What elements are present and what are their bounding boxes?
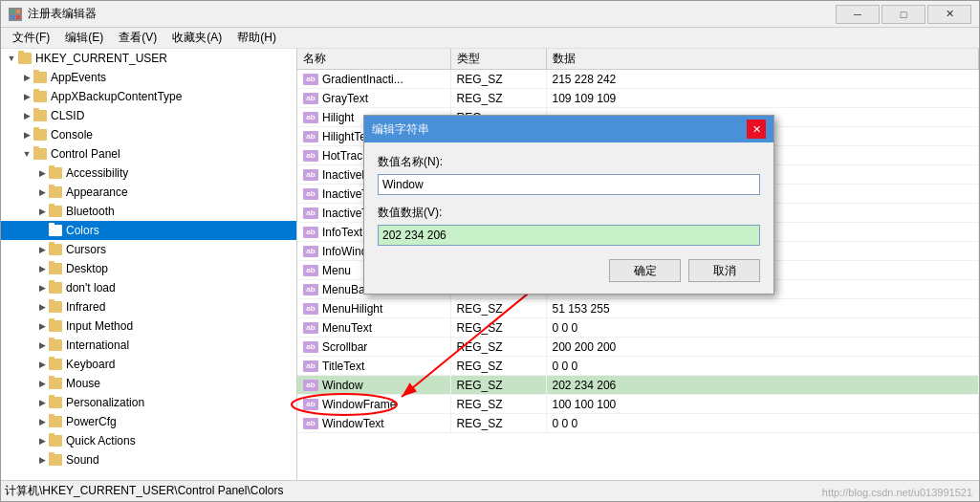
dialog-name-label: 数值名称(N): [378,154,760,170]
dialog-ok-button[interactable]: 确定 [609,259,681,282]
dialog-cancel-button[interactable]: 取消 [688,259,760,282]
dialog-overlay: 编辑字符串 ✕ 数值名称(N): 数值数据(V): 确定 取消 [0,0,980,502]
dialog-title-bar: 编辑字符串 ✕ [364,116,773,142]
dialog-data-input[interactable] [378,225,760,246]
edit-string-dialog: 编辑字符串 ✕ 数值名称(N): 数值数据(V): 确定 取消 [363,115,774,295]
dialog-body: 数值名称(N): 数值数据(V): 确定 取消 [364,142,773,294]
dialog-title: 编辑字符串 [372,121,747,138]
dialog-data-label: 数值数据(V): [378,205,760,221]
dialog-name-input[interactable] [378,174,760,195]
svg-point-4 [292,394,397,415]
dialog-close-button[interactable]: ✕ [747,120,766,139]
dialog-buttons: 确定 取消 [378,259,760,282]
